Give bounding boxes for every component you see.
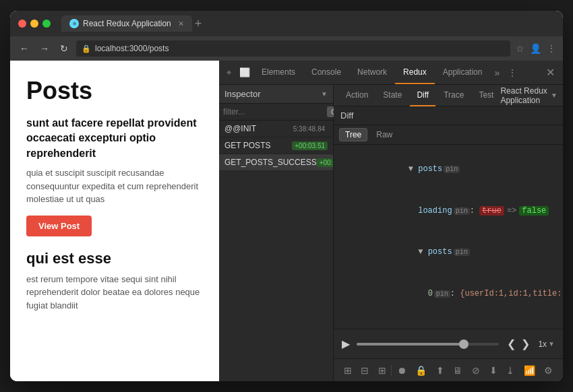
url-field[interactable]: 🔒 localhost:3000/posts bbox=[76, 40, 510, 57]
bookmark-icon[interactable]: ☆ bbox=[516, 43, 524, 54]
inspector-title: Inspector bbox=[224, 89, 260, 99]
true-value: true bbox=[479, 206, 504, 216]
tab-redux[interactable]: Redux bbox=[395, 61, 435, 84]
address-bar: ← → ↻ 🔒 localhost:3000/posts ☆ 👤 ⋮ bbox=[10, 36, 563, 61]
tree-button[interactable]: Tree bbox=[339, 128, 367, 141]
diff-line-posts-inner: ▼ postspin bbox=[334, 232, 563, 273]
speed-value: 1x bbox=[538, 339, 547, 349]
post1-body: quia et suscipit suscipit recusandae con… bbox=[26, 166, 203, 206]
detail-header-right: React Redux Application ▼ bbox=[500, 86, 557, 105]
prev-action-button[interactable]: ❮ bbox=[506, 336, 517, 352]
pin-badge-posts[interactable]: pin bbox=[444, 166, 460, 173]
play-button[interactable]: ▶ bbox=[342, 337, 350, 350]
toolbar-grid2-icon[interactable]: ⊟ bbox=[357, 362, 373, 379]
posts-key: posts bbox=[418, 164, 442, 174]
action-item-get-posts[interactable]: GET POSTS +00:03.51 bbox=[219, 137, 333, 154]
browser-tab[interactable]: ⚛ React Redux Application ✕ bbox=[61, 15, 192, 32]
bottom-toolbar: ⊞ ⊟ ⊞ ⏺ 🔒 ⬆ 🖥 ⊘ ⬇ ⤓ 📶 ⚙ bbox=[334, 358, 563, 381]
devtools-icons-left: ⌖ ⬜ bbox=[223, 61, 253, 84]
tab-network-label: Network bbox=[357, 67, 387, 77]
progress-bar[interactable] bbox=[357, 343, 499, 346]
devtools-tabs: ⌖ ⬜ Elements Console Network Redux Appli… bbox=[219, 61, 563, 85]
cursor-icon[interactable]: ⌖ bbox=[223, 67, 235, 78]
detail-tab-diff[interactable]: Diff bbox=[410, 85, 435, 106]
tab-close-btn[interactable]: ✕ bbox=[178, 20, 184, 28]
speed-chevron-icon: ▼ bbox=[548, 340, 555, 348]
raw-button[interactable]: Raw bbox=[370, 128, 398, 141]
tab-network[interactable]: Network bbox=[349, 61, 395, 84]
view-post-button[interactable]: View Post bbox=[26, 216, 92, 236]
refresh-button[interactable]: ↻ bbox=[57, 42, 71, 55]
post2-title: qui est esse bbox=[26, 250, 203, 267]
pin-badge-posts-inner[interactable]: pin bbox=[454, 249, 470, 256]
address-actions: ☆ 👤 ⋮ bbox=[516, 43, 556, 54]
action-detail-header: Action State Diff Trace bbox=[334, 85, 563, 106]
forward-button[interactable]: → bbox=[37, 42, 52, 55]
action-item-success[interactable]: GET_POSTS_SUCCESS +00:00.03 bbox=[219, 154, 333, 171]
menu-icon[interactable]: ⋮ bbox=[547, 43, 556, 54]
close-traffic-light[interactable] bbox=[18, 20, 26, 28]
profile-icon[interactable]: 👤 bbox=[530, 43, 541, 54]
toolbar-monitor-icon[interactable]: 🖥 bbox=[449, 362, 466, 379]
action-item-init[interactable]: @@INIT 5:38:48.84 bbox=[219, 121, 333, 137]
progress-fill bbox=[357, 343, 464, 346]
devtools-body: Inspector ▼ Commit @@INIT 5:38:48.84 G bbox=[219, 85, 563, 381]
detail-tab-test-label: Test bbox=[479, 90, 493, 100]
new-tab-button[interactable]: + bbox=[195, 18, 202, 30]
action-time-success: +00:00.03 bbox=[317, 158, 333, 167]
toolbar-grid3-icon[interactable]: ⊞ bbox=[374, 362, 390, 379]
action-detail-panel: Action State Diff Trace bbox=[334, 85, 563, 381]
tab-application[interactable]: Application bbox=[435, 61, 491, 84]
pin-badge-loading[interactable]: pin bbox=[454, 207, 470, 215]
toolbar-download2-icon[interactable]: ⤓ bbox=[502, 362, 518, 379]
inspector-chevron-icon[interactable]: ▼ bbox=[321, 90, 328, 98]
tab-console[interactable]: Console bbox=[303, 61, 349, 84]
filter-input[interactable] bbox=[223, 107, 324, 117]
action-list: @@INIT 5:38:48.84 GET POSTS +00:03.51 GE… bbox=[219, 121, 333, 381]
speed-control[interactable]: 1x ▼ bbox=[538, 339, 555, 349]
page-main-title: Posts bbox=[26, 77, 203, 105]
device-icon[interactable]: ⬜ bbox=[236, 67, 253, 77]
toolbar-ban-icon[interactable]: ⊘ bbox=[468, 362, 484, 379]
minimize-traffic-light[interactable] bbox=[30, 20, 38, 28]
progress-handle[interactable] bbox=[459, 339, 469, 349]
inspector-panel: Inspector ▼ Commit @@INIT 5:38:48.84 G bbox=[219, 85, 334, 381]
detail-tab-action-label: Action bbox=[346, 90, 368, 100]
pin-badge-0[interactable]: pin bbox=[434, 290, 450, 298]
detail-tab-state[interactable]: State bbox=[376, 85, 409, 106]
detail-tab-trace[interactable]: Trace bbox=[437, 85, 471, 106]
action-time-get-posts: +00:03.51 bbox=[292, 141, 328, 150]
diff-line-posts: ▼ postspin bbox=[334, 149, 563, 191]
toolbar-grid-icon[interactable]: ⊞ bbox=[340, 362, 356, 379]
back-button[interactable]: ← bbox=[17, 42, 32, 55]
toolbar-lock-icon[interactable]: 🔒 bbox=[411, 362, 431, 379]
action-time-init: 5:38:48.84 bbox=[291, 125, 328, 133]
toolbar-wifi-icon[interactable]: 📶 bbox=[520, 362, 539, 379]
diff-line-item0: 0pin: {userId:1,id:1,title:'sunt au bbox=[334, 273, 563, 315]
playback-bar: ▶ ❮ ❯ 1x ▼ bbox=[334, 329, 563, 358]
toolbar-download-icon[interactable]: ⬇ bbox=[485, 362, 502, 379]
maximize-traffic-light[interactable] bbox=[42, 20, 51, 28]
detail-tab-state-label: State bbox=[383, 90, 402, 100]
action-name-get-posts: GET POSTS bbox=[224, 141, 270, 150]
triangle-open-icon-inner: ▼ bbox=[418, 247, 427, 257]
devtools-panel: ⌖ ⬜ Elements Console Network Redux Appli… bbox=[219, 61, 563, 381]
action-name-init: @@INIT bbox=[224, 124, 256, 133]
detail-tab-action[interactable]: Action bbox=[339, 85, 375, 106]
detail-tab-test[interactable]: Test bbox=[472, 85, 500, 106]
browser-window: ⚛ React Redux Application ✕ + ← → ↻ 🔒 lo… bbox=[10, 11, 563, 381]
playback-nav: ❮ ❯ bbox=[506, 336, 531, 352]
toolbar-settings-icon[interactable]: ⚙ bbox=[540, 362, 557, 379]
devtools-close-button[interactable]: ✕ bbox=[542, 61, 559, 84]
toolbar-record-icon[interactable]: ⏺ bbox=[393, 362, 411, 379]
diff-section-label: Diff bbox=[334, 106, 563, 125]
tab-elements[interactable]: Elements bbox=[253, 61, 303, 84]
toolbar-divider-1 bbox=[391, 365, 392, 376]
tab-area: ⚛ React Redux Application ✕ + bbox=[61, 15, 555, 32]
toolbar-upload-icon[interactable]: ⬆ bbox=[432, 362, 448, 379]
next-action-button[interactable]: ❯ bbox=[520, 336, 531, 352]
detail-chevron-icon[interactable]: ▼ bbox=[551, 92, 557, 99]
false-value: false bbox=[519, 206, 549, 216]
more-tabs-icon[interactable]: » bbox=[490, 61, 504, 84]
devtools-options-icon[interactable]: ⋮ bbox=[504, 61, 521, 84]
